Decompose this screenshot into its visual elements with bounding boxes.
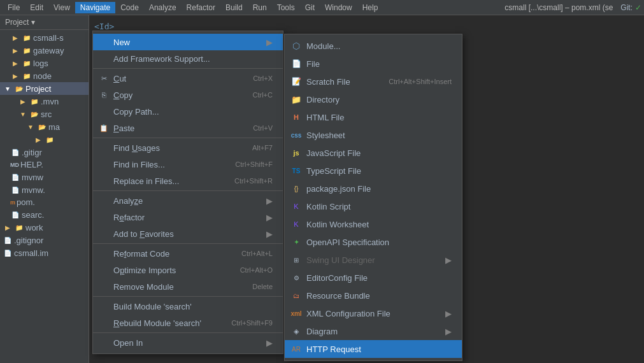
tree-item-root-gitignore[interactable]: 📄 .gitignor [0, 234, 89, 246]
menu-code[interactable]: Code [115, 2, 144, 13]
ctx-label-copy-path: Copy Path... [113, 107, 159, 117]
ctx-item-cut[interactable]: ✂ Cut Ctrl+X [93, 70, 283, 87]
sub-item-kotlin-ws[interactable]: K Kotlin Worksheet [285, 215, 462, 233]
editorconfig-icon: ⚙ [290, 271, 303, 284]
build-icon [98, 301, 110, 312]
sub-item-openapi[interactable]: ✦ OpenAPI Specification [285, 233, 462, 251]
sub-item-json[interactable]: {} package.json File [285, 180, 462, 197]
folder-icon: ▶ [18, 96, 28, 106]
cut-icon: ✂ [98, 73, 110, 84]
tree-item-ma[interactable]: ▼ 📂 ma [0, 120, 89, 133]
ctx-label-optimize: Optimize Imports [113, 266, 176, 275]
ctx-label-refactor: Refactor [113, 213, 145, 222]
ctx-item-copy-path[interactable]: Copy Path... [93, 103, 283, 120]
tree-item-mvn[interactable]: ▶ 📁 .mvn [0, 95, 89, 108]
sub-item-diagram[interactable]: ◈ Diagram ▶ [285, 322, 462, 340]
find-usages-icon [98, 142, 110, 153]
sub-item-module[interactable]: ⬡ Module... [285, 37, 462, 55]
menu-git[interactable]: Git [300, 2, 320, 13]
ctx-arrow-new: ▶ [266, 38, 273, 47]
menu-edit[interactable]: Edit [25, 2, 48, 13]
ide-body: Project ▾ ▶ 📁 csmall-s ▶ 📁 gateway ▶ 📁 l… [0, 15, 644, 363]
ctx-separator-4 [93, 243, 283, 244]
favorites-icon [98, 228, 110, 239]
tree-item-search-file[interactable]: 📄 searc. [0, 208, 89, 221]
http-icon: AR [290, 343, 303, 355]
sub-item-html[interactable]: H HTML File [285, 108, 462, 126]
ctx-label-build-module: Build Module 'search' [113, 302, 192, 311]
ctx-item-rebuild-module[interactable]: Rebuild Module 'search' Ctrl+Shift+F9 [93, 315, 283, 331]
ctx-item-find-usages[interactable]: Find Usages Alt+F7 [93, 139, 283, 156]
ctx-separator-5 [93, 296, 283, 297]
sub-item-css[interactable]: css Stylesheet [285, 126, 462, 144]
sub-item-kotlin-script[interactable]: K Kotlin Script [285, 197, 462, 215]
ctx-item-add-favorites[interactable]: Add to Favorites ▶ [93, 225, 283, 242]
ctx-item-paste[interactable]: 📋 Paste Ctrl+V [93, 120, 283, 136]
tree-item-sub[interactable]: ▶ 📁 [0, 133, 89, 146]
sub-item-editorconfig[interactable]: ⚙ EditorConfig File [285, 269, 462, 287]
ctx-item-copy[interactable]: ⎘ Copy Ctrl+C [93, 87, 283, 103]
menu-tools[interactable]: Tools [272, 2, 300, 13]
menu-file[interactable]: File [3, 2, 25, 13]
menu-run[interactable]: Run [248, 2, 272, 13]
scratch-shortcut: Ctrl+Alt+Shift+Insert [376, 78, 452, 85]
tree-item-pom[interactable]: m pom. [0, 196, 89, 208]
tree-item-help[interactable]: MD HELP. [0, 159, 89, 171]
copy-shortcut: Ctrl+C [240, 91, 273, 99]
ctx-item-replace-in-files[interactable]: Replace in Files... Ctrl+Shift+R [93, 173, 283, 189]
ctx-item-find-in-files[interactable]: Find in Files... Ctrl+Shift+F [93, 156, 283, 173]
ctx-item-open-in[interactable]: Open In ▶ [93, 334, 283, 351]
sub-item-file[interactable]: 📄 File [285, 55, 462, 73]
sub-item-scratch[interactable]: 📝 Scratch File Ctrl+Alt+Shift+Insert [285, 73, 462, 90]
menu-help[interactable]: Help [357, 2, 383, 13]
tree-item-gitignore[interactable]: 📄 .gitigr [0, 146, 89, 159]
ctx-item-new[interactable]: New ▶ ⬡ Module... 📄 File 📝 Scratch File … [93, 34, 283, 50]
tree-item-logs[interactable]: ▶ 📁 logs [0, 57, 89, 69]
analyze-arrow: ▶ [266, 196, 273, 206]
tree-item-csmall-s[interactable]: ▶ 📁 csmall-s [0, 31, 89, 44]
tree-label-work: work [25, 223, 43, 232]
git-check-icon: ✓ [635, 3, 641, 12]
md-badge: MD [10, 162, 19, 168]
menu-window[interactable]: Window [320, 2, 357, 13]
paste-shortcut: Ctrl+V [240, 124, 273, 132]
sidebar-tree: ▶ 📁 csmall-s ▶ 📁 gateway ▶ 📁 logs ▶ 📁 no… [0, 30, 89, 260]
tree-item-mvnwcmd[interactable]: 📄 mvnw. [0, 183, 89, 196]
tree-item-mvnw[interactable]: 📄 mvnw [0, 171, 89, 183]
ctx-item-add-framework[interactable]: Add Framework Support... [93, 50, 283, 67]
rebuild-shortcut: Ctrl+Shift+F9 [218, 319, 273, 327]
sub-item-bundle[interactable]: 🗂 Resource Bundle [285, 287, 462, 304]
ctx-label-find-usages: Find Usages [113, 143, 160, 153]
tree-item-src[interactable]: ▼ 📂 src [0, 108, 89, 120]
sub-label-http: HTTP Request [306, 345, 361, 354]
folder-icon: ▶ [10, 58, 20, 68]
tree-item-gateway[interactable]: ▶ 📁 gateway [0, 44, 89, 57]
ctx-item-remove-module[interactable]: Remove Module Delete [93, 278, 283, 295]
ctx-item-build-module[interactable]: Build Module 'search' [93, 298, 283, 315]
tree-item-node[interactable]: ▶ 📁 node [0, 69, 89, 82]
ctx-item-analyze[interactable]: Analyze ▶ [93, 192, 283, 209]
menu-analyze[interactable]: Analyze [144, 2, 182, 13]
file-icon-mvnwcmd: 📄 [10, 185, 20, 195]
menu-navigate[interactable]: Navigate [75, 2, 115, 13]
tree-item-csmall-img[interactable]: 📄 csmall.im [0, 246, 89, 259]
html-icon: H [290, 111, 303, 124]
replace-icon [98, 175, 110, 187]
ctx-item-optimize[interactable]: Optimize Imports Ctrl+Alt+O [93, 262, 283, 278]
sub-item-js[interactable]: js JavaScript File [285, 144, 462, 162]
ctx-item-reformat[interactable]: Reformat Code Ctrl+Alt+L [93, 245, 283, 262]
ctx-label-paste: Paste [113, 124, 134, 133]
sub-item-dir[interactable]: 📁 Directory [285, 90, 462, 108]
menu-view[interactable]: View [48, 2, 75, 13]
tree-item-work[interactable]: ▶ 📁 work [0, 221, 89, 234]
sub-item-http[interactable]: AR HTTP Request [285, 340, 462, 358]
tree-item-search[interactable]: ▼ 📂 Project [0, 82, 89, 95]
sub-item-xml[interactable]: xml XML Configuration File ▶ [285, 304, 462, 322]
sub-arrow-diagram: ▶ [445, 327, 452, 336]
menu-refactor[interactable]: Refactor [182, 2, 220, 13]
tree-label-logs: logs [33, 59, 48, 68]
ctx-item-refactor[interactable]: Refactor ▶ [93, 209, 283, 225]
sidebar-dropdown-icon[interactable]: ▾ [31, 18, 35, 27]
menu-build[interactable]: Build [220, 2, 248, 13]
sub-item-ts[interactable]: TS TypeScript File [285, 162, 462, 180]
